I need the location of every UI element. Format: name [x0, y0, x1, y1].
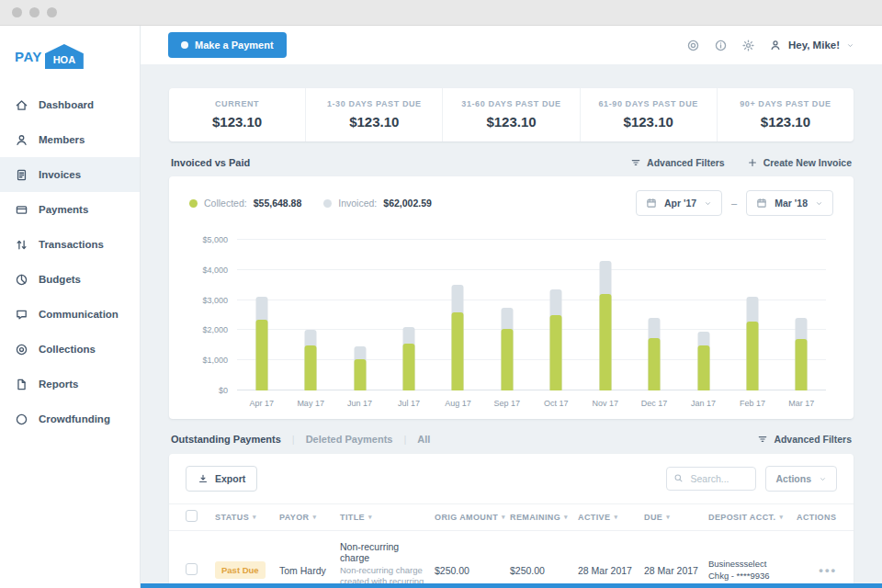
summary-amount: $123.10	[175, 114, 300, 130]
column-header-deposit-acct[interactable]: DEPOSIT ACCT.▾	[708, 513, 793, 522]
create-new-invoice-link[interactable]: Create New Invoice	[747, 157, 852, 168]
chart-bar-group	[434, 240, 482, 390]
chevron-down-icon	[815, 199, 823, 208]
chart-plot: $0$1,000$2,000$3,000$4,000$5,000	[237, 240, 826, 390]
summary-amount: $123.10	[723, 114, 848, 130]
sort-caret-icon: ▾	[564, 514, 568, 521]
date-from-dropdown[interactable]: Apr '17	[636, 190, 722, 216]
chart-xtick-label: Jun 17	[335, 399, 384, 408]
chart-bar-group	[482, 240, 531, 390]
chevron-down-icon	[819, 475, 827, 483]
legend-collected-dot	[189, 199, 198, 208]
sidebar-item-label: Dashboard	[39, 99, 94, 110]
sort-caret-icon: ▾	[368, 514, 372, 521]
collected-bar	[255, 320, 267, 390]
make-a-payment-label: Make a Payment	[195, 40, 274, 51]
home-icon	[15, 98, 28, 112]
summary-label: 90+ DAYS PAST DUE	[723, 99, 848, 108]
calendar-icon	[756, 198, 767, 209]
column-header-title[interactable]: TITLE▾	[340, 513, 431, 522]
sidebar-item-transactions[interactable]: Transactions	[0, 227, 140, 262]
info-icon[interactable]	[714, 39, 728, 52]
gear-icon[interactable]	[741, 39, 755, 52]
chart-bar-group	[679, 240, 728, 390]
collected-bar	[550, 315, 562, 390]
tab-separator: |	[292, 434, 295, 445]
chart-xtick-label: Nov 17	[581, 399, 629, 408]
date-to-dropdown[interactable]: Mar '18	[746, 190, 833, 216]
chevron-down-icon	[846, 41, 854, 50]
status-badge: Past Due	[215, 561, 266, 579]
sidebar-item-dashboard[interactable]: Dashboard	[0, 87, 140, 122]
summary-label: 31-60 DAYS PAST DUE	[448, 99, 573, 108]
collected-bar	[746, 322, 758, 390]
summary-31-60[interactable]: 31-60 DAYS PAST DUE $123.10	[442, 88, 579, 141]
chart-bar-group	[532, 240, 581, 390]
page-content: CURRENT $123.10 1-30 DAYS PAST DUE $123.…	[141, 64, 882, 588]
tab-deleted-payments[interactable]: Deleted Payments	[306, 434, 393, 445]
chart-ytick-label: $2,000	[202, 325, 228, 334]
window-zoom-button[interactable]	[47, 7, 57, 17]
summary-1-30[interactable]: 1-30 DAYS PAST DUE $123.10	[305, 88, 442, 141]
chart-bar-group	[728, 240, 776, 390]
actions-label: Actions	[775, 473, 811, 484]
column-header-actions: ACTIONS	[797, 513, 837, 522]
calendar-icon	[646, 198, 657, 209]
table-row[interactable]: Past Due Tom Hardy Non-recurring charge …	[169, 531, 854, 588]
help-lifesaver-icon[interactable]	[686, 39, 700, 52]
sidebar-item-collections[interactable]: Collections	[0, 332, 140, 367]
sidebar-item-crowdfunding[interactable]: Crowdfunding	[0, 401, 140, 436]
make-a-payment-button[interactable]: Make a Payment	[168, 32, 287, 58]
create-new-invoice-label: Create New Invoice	[763, 157, 852, 168]
sidebar-item-invoices[interactable]: Invoices	[0, 157, 140, 192]
column-header-orig-amount[interactable]: ORIG AMOUNT▾	[435, 513, 506, 522]
advanced-filters-label: Advanced Filters	[647, 157, 725, 168]
user-menu[interactable]: Hey, Mike!	[769, 39, 854, 51]
aging-summary-card: CURRENT $123.10 1-30 DAYS PAST DUE $123.…	[169, 88, 854, 141]
chart-xtick-label: Feb 17	[728, 399, 776, 408]
column-header-remaining[interactable]: REMAINING▾	[510, 513, 574, 522]
sidebar-item-payments[interactable]: Payments	[0, 192, 140, 227]
collected-bar	[305, 345, 317, 390]
sidebar-item-reports[interactable]: Reports	[0, 367, 140, 401]
payhoa-logo[interactable]: PAY HOA	[0, 37, 140, 87]
column-header-due[interactable]: DUE▾	[644, 513, 705, 522]
credit-card-icon	[15, 203, 28, 217]
window-close-button[interactable]	[12, 7, 22, 17]
legend-invoiced-label: Invoiced:	[338, 198, 377, 209]
table-advanced-filters-link[interactable]: Advanced Filters	[757, 434, 852, 445]
sort-caret-icon: ▾	[779, 514, 783, 521]
payment-dot-icon	[181, 41, 188, 49]
select-all-checkbox[interactable]	[186, 510, 198, 522]
sidebar-item-communication[interactable]: Communication	[0, 297, 140, 332]
sidebar-item-members[interactable]: Members	[0, 122, 140, 157]
summary-current[interactable]: CURRENT $123.10	[169, 88, 305, 141]
window-minimize-button[interactable]	[29, 7, 40, 17]
column-header-active[interactable]: ACTIVE▾	[578, 513, 640, 522]
summary-61-90[interactable]: 61-90 DAYS PAST DUE $123.10	[580, 88, 717, 141]
sidebar-item-budgets[interactable]: Budgets	[0, 262, 140, 297]
summary-label: 1-30 DAYS PAST DUE	[311, 99, 436, 108]
globe-icon	[15, 413, 28, 426]
legend-invoiced-value: $62,002.59	[383, 198, 432, 209]
sidebar-item-label: Payments	[39, 204, 88, 215]
chart-xtick-label: May 17	[286, 399, 334, 408]
row-checkbox[interactable]	[186, 563, 198, 575]
sidebar-item-label: Collections	[39, 344, 96, 355]
chart-bar-group	[581, 240, 629, 390]
column-header-payor[interactable]: PAYOR▾	[279, 513, 336, 522]
date-range-separator: –	[731, 198, 737, 209]
row-actions-menu-icon[interactable]: •••	[797, 563, 837, 577]
column-header-status[interactable]: STATUS▾	[215, 513, 276, 522]
actions-dropdown[interactable]: Actions	[765, 466, 837, 492]
active-date-cell: 28 Mar 2017	[578, 565, 640, 576]
advanced-filters-link[interactable]: Advanced Filters	[630, 157, 725, 168]
section-title: Invoiced vs Paid	[171, 157, 250, 168]
legend-collected: Collected: $55,648.88	[189, 198, 301, 209]
tab-separator: |	[403, 434, 406, 445]
tab-outstanding-payments[interactable]: Outstanding Payments	[171, 434, 281, 445]
export-button[interactable]: Export	[186, 466, 257, 492]
summary-90-plus[interactable]: 90+ DAYS PAST DUE $123.10	[717, 88, 854, 141]
chart-xtick-label: Sep 17	[482, 399, 531, 408]
tab-all[interactable]: All	[417, 434, 430, 445]
